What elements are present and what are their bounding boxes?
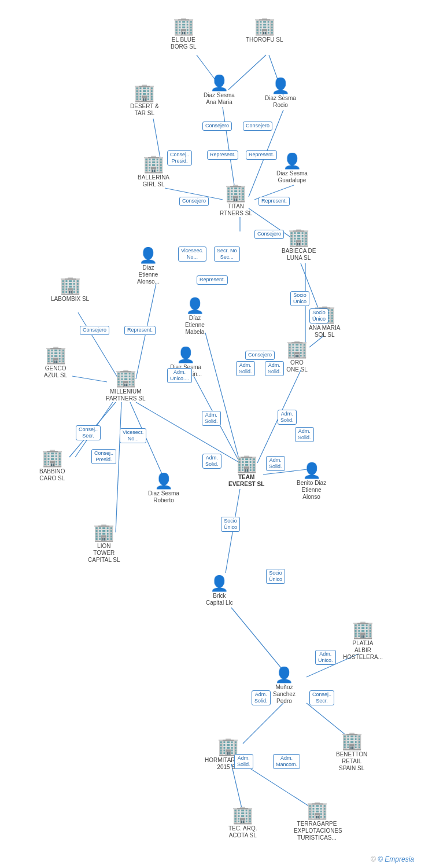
badge-adm-solid-5: Adm.Solid. xyxy=(295,427,314,442)
node-desert-tar: 🏢 DESERT & TAR SL xyxy=(130,84,159,117)
node-titan-partners: 🏢 TITAN RTNERS SL xyxy=(220,184,252,217)
badge-adm-mancom-1: Adm.Mancom. xyxy=(273,754,300,769)
badge-adm-solid-1: Adm.Solid. xyxy=(236,361,255,376)
node-oro-one: 🏢 ORO ONE SL xyxy=(286,340,308,373)
badge-socio-unico-2: SocioÚnico xyxy=(309,308,328,323)
badge-consej-secr-1: Consej..Secr. xyxy=(76,425,101,440)
node-benetton-retail: 🏢 BENETTON RETAIL SPAIN SL xyxy=(336,732,367,772)
label-thorofu: THOROFU SL xyxy=(246,36,283,43)
node-team-everest: 🏢 TEAMEVEREST SL xyxy=(228,455,264,488)
label-labombix: LABOMBIX SL xyxy=(51,296,89,303)
badge-vicesecr-1: Vicesecr.No... xyxy=(120,428,146,443)
node-munoz-sanchez: 👤 Muñoz Sanchez Pedro xyxy=(273,667,296,705)
building-icon-hormitarraco: 🏢 xyxy=(217,738,239,755)
badge-consejero-3: Consejero xyxy=(179,197,209,206)
node-diaz-sesma-guadalupe: 👤 Diaz Sesma Guadalupe xyxy=(276,153,308,184)
label-oro-one: ORO ONE SL xyxy=(286,359,308,373)
badge-adm-solid-9: Adm.Solid. xyxy=(234,754,253,769)
person-icon-diaz-sesma-ana: 👤 xyxy=(210,75,228,90)
badge-represent-4: Represent. xyxy=(197,275,228,285)
badge-secr-no-1: Secr. NoSec... xyxy=(214,247,240,262)
building-icon-el-blue-borg: 🏢 xyxy=(173,17,194,35)
badge-adm-solid-6: Adm.Solid. xyxy=(202,454,221,469)
node-labombix: 🏢 LABOMBIX SL xyxy=(51,277,89,303)
label-desert-tar: DESERT & TAR SL xyxy=(130,103,159,117)
building-icon-babbino-caro: 🏢 xyxy=(42,449,63,466)
building-icon-terragarpe: 🏢 xyxy=(306,801,328,819)
badge-consejero-6: Consejero xyxy=(245,351,275,360)
node-diaz-sesma-ana: 👤 Diaz Sesma Ana Maria xyxy=(204,75,235,106)
svg-line-14 xyxy=(72,376,107,382)
label-babbino-caro: BABBINO CARO SL xyxy=(39,468,65,482)
badge-adm-solid-3: Adm.Solid. xyxy=(202,411,221,426)
badge-represent-2: Represent. xyxy=(246,150,277,160)
building-icon-millenium: 🏢 xyxy=(115,369,136,387)
label-munoz-sanchez: Muñoz Sanchez Pedro xyxy=(273,684,296,705)
label-platja-albir: PLATJA ALBIR HOSTELERA... xyxy=(343,640,383,661)
label-babieca-luna: BABIECA DE LUNA SL xyxy=(282,248,316,262)
node-babbino-caro: 🏢 BABBINO CARO SL xyxy=(39,449,65,482)
label-diaz-sesma-rocio: Diaz Sesma Rocio xyxy=(265,95,296,109)
badge-adm-solid-4: Adm.Solid. xyxy=(278,410,297,425)
svg-line-20 xyxy=(116,402,121,532)
org-chart: 🏢 EL BLUE BORG SL 🏢 THOROFU SL 🏢 DESERT … xyxy=(0,0,421,868)
badge-adm-unico-1: Adm.Unico.... xyxy=(167,368,192,383)
badge-adm-solid-8: Adm.Solid. xyxy=(252,690,271,705)
building-icon-ballerina-girl: 🏢 xyxy=(143,155,164,172)
node-genco-azul: 🏢 GENCO AZUL SL xyxy=(44,346,67,379)
badge-consejero-4: Consejero xyxy=(254,230,284,239)
label-ballerina-girl: BALLERINA GIRL SL xyxy=(138,174,169,188)
node-ballerina-girl: 🏢 BALLERINA GIRL SL xyxy=(138,155,169,188)
svg-line-22 xyxy=(136,402,240,463)
label-ana-maria-sol: ANA MARIA SOL SL xyxy=(309,325,340,339)
label-diaz-sesma-ana: Diaz Sesma Ana Maria xyxy=(204,92,235,106)
badge-adm-unico-2: Adm.Unico. xyxy=(315,650,336,665)
building-icon-thorofu: 🏢 xyxy=(254,17,275,35)
badge-consej-presid-2: Consej..Presid. xyxy=(91,449,116,464)
badge-consejero-1: Consejero xyxy=(202,122,232,131)
label-team-everest: TEAMEVEREST SL xyxy=(228,474,264,488)
building-icon-tec-arq-acota: 🏢 xyxy=(232,806,253,823)
building-icon-platja-albir: 🏢 xyxy=(352,621,374,638)
badge-viceseec-1: Viceseec.No... xyxy=(178,247,206,262)
person-icon-benito-diaz: 👤 xyxy=(302,463,321,478)
node-brick-capital: 👤 Brick Capital Llc xyxy=(206,576,233,606)
badge-consejero-5: Consejero xyxy=(80,326,109,335)
node-lion-tower: 🏢 LION TOWER CAPITAL SL xyxy=(88,524,120,564)
building-icon-desert-tar: 🏢 xyxy=(134,84,155,101)
building-icon-lion-tower: 🏢 xyxy=(93,524,115,541)
building-icon-benetton-retail: 🏢 xyxy=(341,732,363,749)
watermark-brand: © Empresia xyxy=(378,855,414,863)
badge-consej-presid-1: Consej..Presid. xyxy=(167,150,192,165)
building-icon-oro-one: 🏢 xyxy=(286,340,308,358)
label-diaz-sesma-guadalupe: Diaz Sesma Guadalupe xyxy=(276,170,308,184)
label-el-blue-borg: EL BLUE BORG SL xyxy=(171,36,196,50)
person-icon-diaz-etienne-mabela: 👤 xyxy=(186,298,204,313)
label-brick-capital: Brick Capital Llc xyxy=(206,593,233,606)
node-el-blue-borg: 🏢 EL BLUE BORG SL xyxy=(171,17,196,50)
node-tec-arq-acota: 🏢 TEC. ARQ. ACOTA SL xyxy=(228,806,257,839)
label-diaz-etienne-alonso-top: Diaz Etienne Alonso... xyxy=(137,264,160,285)
label-lion-tower: LION TOWER CAPITAL SL xyxy=(88,543,120,564)
badge-consej-secr-2: Consej..Secr. xyxy=(309,690,334,705)
person-icon-munoz-sanchez: 👤 xyxy=(275,667,293,682)
node-diaz-sesma-roberto: 👤 Diaz Sesma Roberto xyxy=(148,473,179,504)
building-icon-titan-partners: 🏢 xyxy=(225,184,246,201)
node-platja-albir: 🏢 PLATJA ALBIR HOSTELERA... xyxy=(343,621,383,661)
label-millenium: MILLENIUM PARTNERS SL xyxy=(106,388,146,402)
person-icon-diaz-sesma-roberto: 👤 xyxy=(154,473,173,488)
node-diaz-etienne-mabela: 👤 Díaz Etienne Mabela xyxy=(185,298,205,336)
badge-consejero-2: Consejero xyxy=(243,122,272,131)
node-diaz-sesma-rocio: 👤 Diaz Sesma Rocio xyxy=(265,78,296,109)
badge-represent-3: Represent. xyxy=(258,197,290,206)
person-icon-brick-capital: 👤 xyxy=(210,576,228,591)
person-icon-diaz-sesma-guadalupe: 👤 xyxy=(283,153,301,168)
badge-adm-solid-7: Adm.Solid. xyxy=(266,456,285,471)
label-benetton-retail: BENETTON RETAIL SPAIN SL xyxy=(336,751,367,772)
node-benito-diaz: 👤 Benito Diaz Etienne Alonso xyxy=(297,463,326,501)
badge-socio-unico-1: SocioÚnico xyxy=(290,291,309,306)
person-icon-diaz-sesma-constantino: 👤 xyxy=(176,347,195,362)
badge-socio-unico-3: SocioÚnico xyxy=(221,517,240,532)
label-diaz-etienne-mabela: Díaz Etienne Mabela xyxy=(185,315,205,336)
watermark: © © Empresia xyxy=(371,855,414,863)
